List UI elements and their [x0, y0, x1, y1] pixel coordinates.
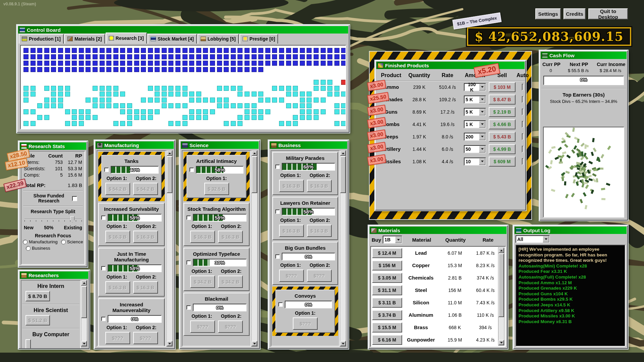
quit-to-desktop-button[interactable]: Quit to Desktop — [588, 8, 628, 19]
option-price-button[interactable]: $??? — [190, 320, 215, 333]
sell-button[interactable]: $ 609 M — [489, 157, 516, 167]
option-price-button[interactable]: $ 16.3 B — [190, 231, 215, 243]
option-price-button[interactable]: $??? — [293, 317, 318, 330]
tab-materials-2-[interactable]: Materials [2] — [64, 34, 105, 44]
buy-material-button[interactable]: $ 6.16 M — [372, 335, 402, 345]
buy-material-button[interactable]: $ 3.11 B — [372, 298, 402, 308]
buy-amount-dropdown[interactable]: 1B — [383, 236, 402, 244]
scrollbar-thumb[interactable] — [167, 156, 172, 193]
scroll-up-button[interactable] — [252, 150, 257, 156]
research-item-checkbox[interactable] — [275, 209, 280, 214]
log-filter-dropdown[interactable]: All — [516, 235, 550, 243]
buy-material-button[interactable]: $ 12.4 M — [372, 248, 402, 258]
option-price-button[interactable]: $ 16.3 B — [105, 281, 130, 294]
researchers-scrollbar[interactable] — [81, 280, 87, 347]
radio-business[interactable]: Business — [26, 246, 50, 251]
research-item-checkbox[interactable] — [275, 254, 280, 259]
sell-button[interactable]: $ 103 M — [489, 82, 516, 92]
research-scrollbar[interactable] — [340, 150, 346, 347]
hire-button[interactable] — [25, 339, 31, 349]
research-item-checkbox[interactable] — [104, 168, 109, 172]
dropdown-arrow-icon[interactable] — [479, 158, 485, 165]
sell-button[interactable]: $ 4.66 B — [489, 119, 516, 129]
option-price-button[interactable]: $ 34.2 B — [190, 276, 215, 288]
scrollbar-thumb[interactable] — [498, 253, 504, 317]
scroll-down-button[interactable] — [498, 340, 504, 345]
option-price-button[interactable]: $ 16.3 B — [279, 180, 304, 192]
auto-sell-checkbox[interactable] — [522, 109, 523, 115]
scrollbar-thumb[interactable] — [340, 156, 346, 193]
dropdown-arrow-icon[interactable] — [543, 236, 549, 242]
auto-sell-checkbox[interactable] — [522, 96, 523, 103]
credits-button[interactable]: Credits — [564, 8, 586, 19]
hire-button[interactable]: $ 51.2 B — [25, 315, 50, 325]
research-scrollbar[interactable] — [251, 150, 258, 347]
option-price-button[interactable]: $??? — [279, 269, 304, 282]
research-item-checkbox[interactable] — [275, 165, 280, 169]
research-item-checkbox[interactable] — [190, 168, 194, 172]
scrollbar-thumb[interactable] — [252, 156, 257, 193]
option-price-button[interactable]: $??? — [218, 320, 243, 333]
amount-dropdown[interactable]: 50 — [464, 145, 486, 153]
radio-manufacturing[interactable]: Manufacturing — [23, 239, 58, 244]
option-price-button[interactable]: $ 54.2 B — [105, 183, 130, 195]
buy-material-button[interactable]: $ 15.5 M — [372, 322, 402, 333]
sell-button[interactable]: $ 8.47 B — [489, 95, 516, 105]
dropdown-arrow-icon[interactable] — [479, 133, 485, 140]
scroll-up-button[interactable] — [340, 150, 346, 156]
option-price-button[interactable]: $ 16.3 B — [133, 231, 158, 243]
scroll-up-button[interactable] — [81, 280, 87, 286]
dropdown-arrow-icon[interactable] — [479, 96, 485, 103]
research-item-checkbox[interactable] — [186, 260, 191, 265]
radio-button-icon[interactable] — [61, 240, 66, 244]
tab-production-1-[interactable]: Production [1] — [19, 34, 64, 44]
sell-button[interactable]: $ 5.43 B — [489, 132, 516, 142]
sell-button[interactable]: $ 4.99 B — [489, 144, 516, 154]
option-price-button[interactable]: $ 32.5 B — [204, 183, 229, 195]
buy-material-button[interactable]: $ 3.05 M — [372, 273, 402, 283]
research-scrollbar[interactable] — [166, 150, 173, 347]
option-price-button[interactable]: $??? — [307, 269, 332, 282]
research-item-checkbox[interactable] — [101, 266, 106, 270]
scroll-down-button[interactable] — [167, 341, 172, 346]
option-price-button[interactable]: $ 16.3 B — [105, 231, 130, 243]
research-item-checkbox[interactable] — [278, 302, 283, 307]
option-price-button[interactable]: $ 16.3 B — [279, 225, 304, 237]
settings-button[interactable]: Settings — [535, 8, 561, 19]
auto-sell-checkbox[interactable] — [522, 146, 523, 153]
option-price-button[interactable]: $??? — [105, 332, 130, 344]
slider-thumb[interactable] — [70, 216, 74, 223]
auto-sell-checkbox[interactable] — [522, 158, 523, 165]
scroll-down-button[interactable] — [252, 341, 257, 346]
research-item-checkbox[interactable] — [186, 305, 191, 310]
radio-science[interactable]: Science — [61, 239, 83, 244]
research-item-checkbox[interactable] — [101, 216, 106, 220]
amount-dropdown[interactable]: 1 K — [464, 120, 486, 128]
tab-lobbying-5-[interactable]: Lobbying [5] — [198, 34, 239, 44]
materials-scrollbar[interactable] — [498, 247, 504, 346]
sell-button[interactable]: $ 2.19 B — [489, 107, 516, 117]
option-price-button[interactable]: $ 16.3 B — [218, 231, 243, 243]
option-price-button[interactable]: $ 16.3 B — [307, 225, 332, 237]
buy-material-button[interactable]: $ 3.74 B — [372, 310, 402, 320]
tab-prestige-0-[interactable]: Prestige [0] — [239, 34, 278, 44]
research-item-checkbox[interactable] — [186, 216, 191, 220]
show-funded-research-checkbox[interactable] — [72, 196, 77, 201]
option-price-button[interactable]: $??? — [133, 332, 158, 344]
auto-sell-checkbox[interactable] — [522, 121, 523, 128]
buy-material-button[interactable]: $ 31.1 M — [372, 285, 402, 295]
dropdown-arrow-icon[interactable] — [479, 84, 485, 90]
amount-dropdown[interactable]: 100 K — [464, 83, 486, 91]
option-price-button[interactable]: $ 16.3 B — [133, 281, 158, 294]
tab-research-3-[interactable]: Research [3] — [106, 33, 147, 44]
scroll-down-button[interactable] — [340, 341, 346, 346]
research-item-checkbox[interactable] — [101, 317, 106, 321]
radio-button-icon[interactable] — [23, 240, 28, 244]
tab-stock-market-4-[interactable]: Stock Market [4] — [148, 34, 197, 44]
scroll-up-button[interactable] — [498, 248, 504, 253]
auto-sell-checkbox[interactable] — [522, 133, 523, 140]
amount-dropdown[interactable]: 5 K — [464, 108, 486, 116]
dropdown-arrow-icon[interactable] — [395, 236, 401, 243]
amount-dropdown[interactable]: 200 — [464, 133, 486, 141]
research-split-slider[interactable] — [24, 216, 82, 224]
